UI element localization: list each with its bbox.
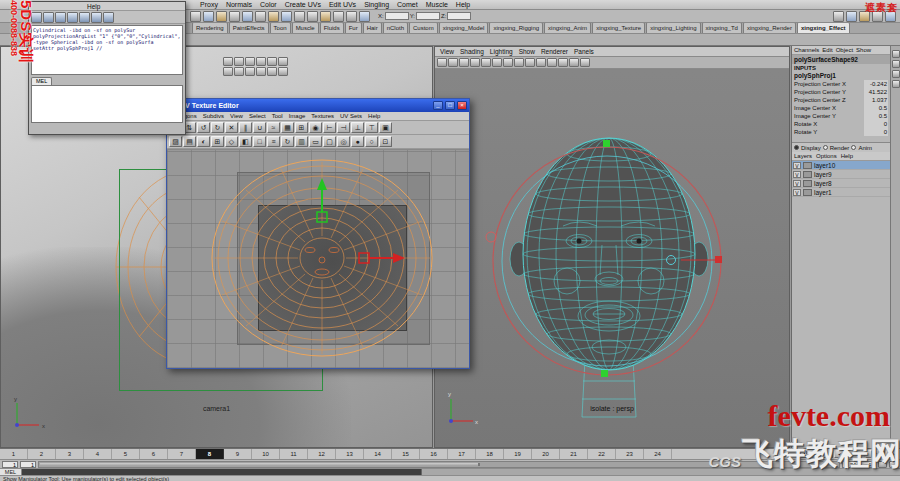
timeline-frame[interactable]: 8	[196, 449, 224, 459]
shelf-tab[interactable]: xingxing_Rigging	[489, 23, 543, 33]
channel-value-field[interactable]: 0	[864, 120, 888, 128]
shelf-tab[interactable]: xingxing_Td	[702, 23, 742, 33]
step-back-frame-icon[interactable]: |◀	[808, 450, 820, 458]
shelf-tab[interactable]: Toon	[270, 23, 291, 33]
maximize-button[interactable]: □	[445, 101, 455, 110]
shelf-tab[interactable]: xingxing_Anim	[544, 23, 591, 33]
menu-item[interactable]: Singling	[360, 0, 393, 9]
channel-box-menu-item[interactable]: Channels	[794, 46, 819, 54]
layer-row[interactable]: V layer9	[792, 170, 890, 179]
range-slider-track[interactable]	[38, 461, 840, 468]
close-button[interactable]: ×	[457, 101, 467, 110]
textured-display-icon[interactable]	[245, 67, 255, 76]
timeline-frame[interactable]: 20	[532, 449, 560, 459]
channel-attribute-row[interactable]: Image Center X 0.5	[792, 104, 890, 112]
move-and-sew-icon[interactable]: ≈	[267, 122, 280, 133]
layer-menu-item[interactable]: Layers	[794, 152, 812, 160]
display-mode-radio[interactable]	[794, 145, 799, 150]
go-to-end-icon[interactable]: ▶▶	[886, 450, 898, 458]
panel-menu-item[interactable]: Shading	[457, 47, 487, 56]
menu-item[interactable]: Normals	[222, 0, 256, 9]
mel-input-area[interactable]	[31, 85, 183, 123]
use-all-lights-icon[interactable]	[569, 58, 579, 67]
channel-value-field[interactable]: 0.5	[864, 112, 888, 120]
layer-row[interactable]: V layer8	[792, 179, 890, 188]
persp-viewport[interactable]: ViewShadingLightingShowRendererPanels	[434, 46, 790, 448]
shelf-tab[interactable]: xingxing_Lighting	[646, 23, 700, 33]
panel-menu-item[interactable]: Lighting	[487, 47, 516, 56]
layer-visibility-toggle[interactable]: V	[793, 180, 801, 187]
channel-attribute-row[interactable]: Rotate Y 0	[792, 128, 890, 136]
execute-line-icon[interactable]	[103, 12, 114, 23]
panel-menu-item[interactable]: Panels	[571, 47, 597, 56]
tile-display-icon[interactable]: ▭	[309, 136, 322, 147]
resolution-gate-icon[interactable]	[514, 58, 524, 67]
menu-item[interactable]: Muscle	[422, 0, 452, 9]
snap-curve-icon[interactable]	[307, 11, 318, 22]
step-back-key-icon[interactable]: ◁	[821, 450, 833, 458]
snap-point-icon[interactable]	[320, 11, 331, 22]
render-current-frame-icon[interactable]	[833, 11, 844, 22]
layer-menu-item[interactable]: Help	[841, 152, 853, 160]
auto-keyframe-toggle-icon[interactable]	[878, 461, 887, 468]
wireframe-display-icon[interactable]	[223, 67, 233, 76]
go-to-start-icon[interactable]: ◀◀	[795, 450, 807, 458]
timeline-frame[interactable]: 22	[588, 449, 616, 459]
uv-editor-menu-item[interactable]: Tool	[269, 112, 286, 120]
align-u-min-icon[interactable]: ⊢	[323, 122, 336, 133]
timeline-frame[interactable]: 14	[364, 449, 392, 459]
timeline-frame[interactable]: 4	[84, 449, 112, 459]
uv-editor-menu-item[interactable]: Subdivs	[200, 112, 227, 120]
select-camera-icon[interactable]	[437, 58, 447, 67]
single-pane-layout-icon[interactable]	[892, 50, 900, 58]
menu-item[interactable]: Color	[256, 0, 281, 9]
shelf-tab[interactable]: Rendering	[192, 23, 228, 33]
redo-icon[interactable]	[242, 11, 253, 22]
smooth-shade-display-icon[interactable]	[547, 58, 557, 67]
film-gate-icon[interactable]	[267, 57, 277, 66]
timeline-frame[interactable]: 24	[644, 449, 672, 459]
isolate-select-icon[interactable]	[278, 67, 288, 76]
timeline-frame[interactable]: 1	[0, 449, 28, 459]
two-panes-side-layout-icon[interactable]	[892, 60, 900, 68]
shelf-tab[interactable]: Hair	[363, 23, 382, 33]
play-forward-icon[interactable]: ▶	[847, 450, 859, 458]
panel-menu-item[interactable]: Show	[516, 47, 538, 56]
uv-editor-menu-item[interactable]: Textures	[308, 112, 337, 120]
menu-item[interactable]: Comet	[393, 0, 422, 9]
range-slider-bar[interactable]	[40, 463, 480, 466]
textured-display-icon[interactable]	[558, 58, 568, 67]
timeline-frame[interactable]: 12	[308, 449, 336, 459]
play-backward-icon[interactable]: ◀	[834, 450, 846, 458]
panel-menu-item[interactable]: Renderer	[538, 47, 571, 56]
channel-box-menu-item[interactable]: Show	[856, 46, 871, 54]
shelf-tab[interactable]: PaintEffects	[229, 23, 269, 33]
rgb-channels-icon[interactable]: ●	[351, 136, 364, 147]
uv-smudge-icon[interactable]: ◉	[309, 122, 322, 133]
select-object-icon[interactable]	[268, 11, 279, 22]
save-script-icon[interactable]	[31, 12, 42, 23]
shelf-tab[interactable]: xingxing_Model	[439, 23, 489, 33]
shelf-tab[interactable]: Custom	[409, 23, 438, 33]
rotate-ccw-icon[interactable]: ↺	[197, 122, 210, 133]
layer-color-swatch[interactable]	[803, 180, 812, 187]
menu-item[interactable]: Help	[452, 0, 474, 9]
gate-mask-icon[interactable]	[525, 58, 535, 67]
refresh-image-icon[interactable]: ↻	[281, 136, 294, 147]
lock-camera-icon[interactable]	[245, 57, 255, 66]
use-image-ratio-icon[interactable]: ⊡	[379, 136, 392, 147]
select-component-icon[interactable]	[281, 11, 292, 22]
shelf-tab[interactable]: Muscle	[292, 23, 319, 33]
timeline-frame[interactable]: 6	[140, 449, 168, 459]
menu-item[interactable]: Proxy	[196, 0, 222, 9]
timeline-frame[interactable]: 13	[336, 449, 364, 459]
render-mode-radio[interactable]	[823, 145, 828, 150]
playback-start-field[interactable]: 1	[20, 461, 36, 468]
uv-editor-menu-item[interactable]: UV Sets	[337, 112, 365, 120]
manipulator-handle-left-ring[interactable]	[486, 232, 496, 242]
frame-selected-icon[interactable]: ◎	[337, 136, 350, 147]
grid-toggle-icon[interactable]	[256, 57, 266, 66]
mel-tab[interactable]: MEL	[31, 77, 52, 85]
script-editor-window[interactable]: Help Cylindrical -ibd on -sf on polySurp…	[28, 1, 186, 135]
channel-value-field[interactable]: 41.522	[864, 88, 888, 96]
